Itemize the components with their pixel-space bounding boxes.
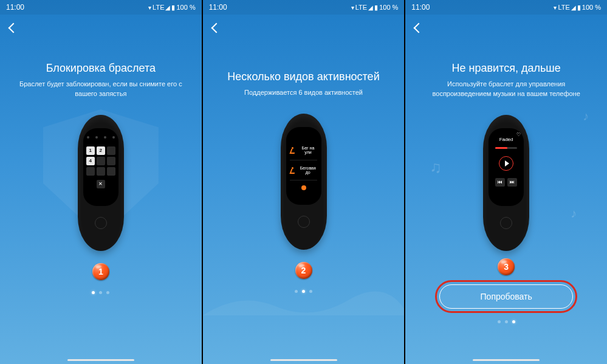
band-screen-lock: 1 2 4 ✕ (83, 128, 118, 206)
step-badge-1: 1 (92, 263, 109, 280)
key-5 (97, 157, 105, 165)
status-indicators: ▾ LTE ◢ ▮ 100 % (148, 4, 196, 12)
band-screen-music: ♡ Faded ⏮ ⏭ (489, 128, 524, 206)
band-home-button (298, 216, 310, 228)
activity-more-icon (301, 185, 306, 190)
activity-label-1: Бег на ули (298, 146, 317, 154)
page-title: Несколько видов активностей (227, 70, 379, 83)
signal-icon: ◢ (165, 4, 170, 11)
dot-3 (106, 291, 109, 294)
status-bar: 11:00 ▾ LTE ◢ ▮ 100 % (203, 0, 405, 15)
dot-2 (99, 291, 102, 294)
page-title: Не нравится, дальше (452, 62, 561, 75)
dot-1 (498, 320, 501, 323)
next-track-icon: ⏭ (507, 178, 517, 187)
content-area: Не нравится, дальше Используйте браслет … (405, 34, 607, 359)
nav-back-row (203, 15, 405, 34)
heart-icon: ♡ (516, 132, 521, 137)
back-icon[interactable] (9, 23, 19, 33)
signal-icon: ◢ (571, 4, 576, 11)
key-6 (107, 157, 115, 165)
cta-highlight: Попробовать (435, 280, 577, 313)
key-3 (107, 146, 115, 155)
lock-keypad: 1 2 4 (86, 146, 115, 176)
page-subtitle: Браслет будет заблокирован, если вы сним… (16, 80, 186, 99)
onboarding-screen-1: 11:00 ▾ LTE ◢ ▮ 100 % Блокировка браслет… (0, 0, 202, 364)
battery-icon: ▮ (577, 4, 581, 12)
android-nav-handle[interactable] (270, 359, 337, 361)
dot-3 (309, 290, 312, 293)
music-track-title: Faded (499, 137, 513, 142)
music-note-icon: ♪ (571, 207, 577, 221)
key-delete: ✕ (97, 180, 105, 188)
page-indicator (92, 291, 109, 294)
battery-label: 100 % (379, 4, 398, 11)
page-indicator (498, 320, 515, 323)
network-label: LTE (355, 4, 367, 11)
band-home-button (95, 217, 107, 229)
dot-2 (302, 290, 305, 293)
activity-item-1: Бег на ули (289, 144, 319, 156)
key-7 (86, 167, 95, 176)
battery-label: 100 % (176, 4, 195, 11)
music-progress (495, 147, 517, 149)
wifi-icon: ▾ (351, 4, 354, 11)
status-time: 11:00 (209, 3, 227, 12)
hills-bg-icon (203, 279, 405, 315)
back-icon[interactable] (414, 23, 424, 33)
dot-3 (512, 320, 515, 323)
android-nav-handle[interactable] (67, 359, 134, 361)
activity-item-2: Беговая до (289, 164, 319, 176)
network-label: LTE (153, 4, 164, 11)
music-note-icon: ♪ (583, 109, 589, 123)
step-badge-2: 2 (295, 262, 312, 279)
prev-track-icon: ⏮ (495, 178, 505, 187)
runner-icon (290, 167, 297, 174)
dot-1 (92, 291, 95, 294)
status-bar: 11:00 ▾ LTE ◢ ▮ 100 % (405, 0, 607, 15)
key-8 (97, 167, 105, 176)
key-1: 1 (86, 146, 95, 155)
wifi-icon: ▾ (554, 4, 557, 11)
android-nav-handle[interactable] (473, 359, 540, 361)
status-indicators: ▾ LTE ◢ ▮ 100 % (554, 4, 601, 12)
play-button-icon (499, 156, 513, 171)
nav-back-row (0, 15, 202, 34)
dot-2 (505, 320, 508, 323)
page-indicator (295, 290, 312, 293)
band-home-button (500, 217, 512, 229)
key-4: 4 (86, 157, 95, 165)
music-controls: ⏮ ⏭ (495, 178, 517, 187)
battery-icon: ▮ (171, 4, 175, 12)
content-area: Блокировка браслета Браслет будет заблок… (0, 34, 202, 359)
back-icon[interactable] (211, 23, 221, 33)
battery-label: 100 % (582, 4, 601, 11)
key-2: 2 (97, 146, 105, 155)
step-badge-3: 3 (498, 258, 515, 275)
status-time: 11:00 (6, 3, 24, 12)
try-button[interactable]: Попробовать (439, 284, 573, 309)
onboarding-screen-2: 11:00 ▾ LTE ◢ ▮ 100 % Несколько видов ак… (203, 0, 405, 364)
runner-icon (290, 146, 297, 154)
divider (290, 180, 317, 180)
nav-back-row (405, 15, 607, 34)
status-time: 11:00 (411, 3, 430, 12)
network-label: LTE (558, 4, 569, 11)
band-device: 1 2 4 ✕ (78, 115, 124, 251)
music-note-icon: ♫ (430, 158, 442, 177)
status-indicators: ▾ LTE ◢ ▮ 100 % (351, 4, 399, 12)
dot-1 (295, 290, 298, 293)
band-device: Бег на ули Беговая до (281, 114, 327, 250)
lock-pin-indicator (86, 133, 116, 142)
page-subtitle: Используйте браслет для управления воспр… (421, 80, 591, 99)
wifi-icon: ▾ (148, 4, 151, 11)
key-9 (107, 167, 115, 176)
divider (290, 160, 317, 160)
page-title: Блокировка браслета (46, 62, 156, 75)
status-bar: 11:00 ▾ LTE ◢ ▮ 100 % (0, 0, 202, 15)
battery-icon: ▮ (374, 4, 378, 12)
page-subtitle: Поддерживается 6 видов активностей (244, 88, 363, 98)
signal-icon: ◢ (368, 4, 373, 11)
onboarding-screen-3: 11:00 ▾ LTE ◢ ▮ 100 % ♪ ♫ ♪ Не нравится,… (405, 0, 607, 364)
band-device: ♡ Faded ⏮ ⏭ (483, 115, 529, 251)
